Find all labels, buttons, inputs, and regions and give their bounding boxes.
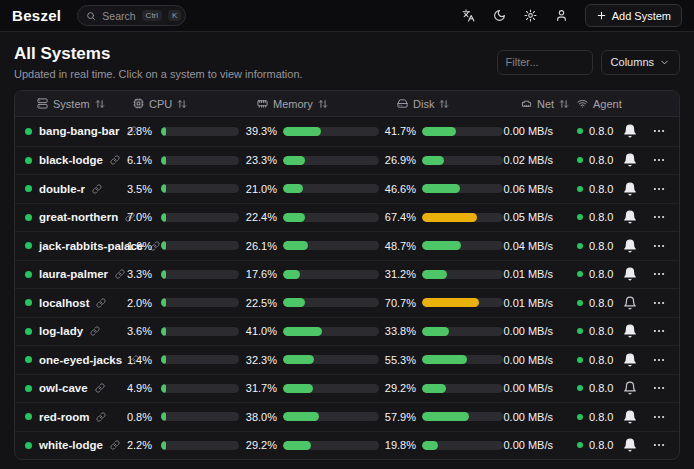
alerts-bell-button[interactable]	[620, 321, 640, 341]
net-value: 0.06 MB/s	[503, 183, 553, 195]
alerts-bell-button[interactable]	[620, 435, 640, 455]
disk-value: 70.7%	[381, 297, 416, 309]
alerts-bell-button[interactable]	[620, 236, 640, 256]
net-value: 0.00 MB/s	[503, 125, 553, 137]
agent-status-dot	[577, 414, 583, 420]
memory-bar	[283, 441, 379, 450]
row-menu-button[interactable]	[649, 435, 669, 455]
cpu-value: 3.6%	[125, 325, 152, 337]
agent-version: 0.8.0	[589, 268, 613, 280]
agent-version: 0.8.0	[589, 325, 613, 337]
status-up-dot	[25, 242, 32, 249]
ethernet-icon	[521, 98, 532, 109]
alerts-bell-button[interactable]	[620, 264, 640, 284]
column-header-agent[interactable]: Agent	[557, 98, 611, 110]
table-row[interactable]: localhost 2.0% 22.5% 70.7% 0.01 MB/s 0.8…	[15, 288, 679, 317]
table-row[interactable]: laura-palmer 3.3% 17.6% 31.2% 0.01 MB/s …	[15, 260, 679, 289]
disk-bar	[422, 156, 503, 165]
memory-bar	[283, 412, 379, 421]
row-menu-button[interactable]	[649, 179, 669, 199]
agent-version: 0.8.0	[589, 439, 613, 451]
theme-toggle-button[interactable]	[488, 4, 512, 28]
column-header-memory[interactable]: Memory	[239, 98, 381, 110]
row-menu-button[interactable]	[649, 321, 669, 341]
alerts-bell-button[interactable]	[620, 378, 640, 398]
disk-bar	[422, 184, 503, 193]
column-label: Memory	[273, 98, 313, 110]
user-menu-button[interactable]	[550, 4, 574, 28]
net-value: 0.02 MB/s	[503, 154, 553, 166]
table-row[interactable]: great-northern 7.0% 22.4% 67.4% 0.05 MB/…	[15, 203, 679, 232]
ellipsis-icon	[652, 381, 666, 395]
table-row[interactable]: one-eyed-jacks 1.4% 32.3% 55.3% 0.00 MB/…	[15, 345, 679, 374]
memory-bar	[283, 213, 379, 222]
row-menu-button[interactable]	[649, 207, 669, 227]
system-name: black-lodge	[39, 154, 103, 166]
row-menu-button[interactable]	[649, 350, 669, 370]
cpu-bar	[161, 412, 239, 421]
table-row[interactable]: white-lodge 2.2% 29.2% 19.8% 0.00 MB/s 0…	[15, 431, 679, 460]
ellipsis-icon	[652, 239, 666, 253]
table-row[interactable]: bang-bang-bar 2.8% 39.3% 41.7% 0.00 MB/s…	[15, 117, 679, 146]
memory-stick-icon	[257, 98, 268, 109]
row-menu-button[interactable]	[649, 236, 669, 256]
disk-value: 26.9%	[381, 154, 416, 166]
row-menu-button[interactable]	[649, 378, 669, 398]
column-header-cpu[interactable]: CPU	[125, 98, 239, 110]
page-subtitle: Updated in real time. Click on a system …	[14, 68, 303, 80]
alerts-bell-button[interactable]	[620, 121, 640, 141]
table-row[interactable]: double-r 3.5% 21.0% 46.6% 0.06 MB/s 0.8.…	[15, 174, 679, 203]
cpu-bar-fill	[161, 384, 166, 393]
cpu-value: 1.6%	[125, 240, 152, 252]
table-row[interactable]: black-lodge 6.1% 23.3% 26.9% 0.02 MB/s 0…	[15, 146, 679, 175]
alerts-bell-button[interactable]	[620, 207, 640, 227]
add-system-button[interactable]: Add System	[585, 4, 682, 27]
net-value: 0.01 MB/s	[503, 268, 553, 280]
alerts-bell-button[interactable]	[620, 179, 640, 199]
language-button[interactable]	[457, 4, 481, 28]
memory-bar	[283, 241, 379, 250]
table-row[interactable]: log-lady 3.6% 41.0% 33.8% 0.00 MB/s 0.8.…	[15, 317, 679, 346]
cpu-bar-fill	[161, 241, 166, 250]
cpu-bar-fill	[161, 412, 166, 421]
alerts-bell-button[interactable]	[620, 407, 640, 427]
memory-bar	[283, 184, 379, 193]
row-menu-button[interactable]	[649, 150, 669, 170]
row-menu-button[interactable]	[649, 264, 669, 284]
bell-icon	[623, 324, 637, 338]
brand-logo: Beszel	[12, 7, 61, 24]
table-row[interactable]: jack-rabbits-palace 1.6% 26.1% 48.7% 0.0…	[15, 231, 679, 260]
filter-input[interactable]	[497, 50, 593, 75]
row-menu-button[interactable]	[649, 407, 669, 427]
cpu-value: 2.8%	[125, 125, 152, 137]
row-menu-button[interactable]	[649, 293, 669, 313]
row-menu-button[interactable]	[649, 121, 669, 141]
agent-version: 0.8.0	[589, 211, 613, 223]
system-name: white-lodge	[39, 439, 103, 451]
global-search-button[interactable]: Search Ctrl K	[77, 5, 186, 26]
columns-button[interactable]: Columns	[601, 50, 680, 75]
table-header-row: System CPU Memory Disk Net	[15, 91, 679, 117]
bell-icon	[623, 124, 637, 138]
column-header-system[interactable]: System	[15, 98, 125, 110]
alerts-bell-button[interactable]	[620, 350, 640, 370]
column-header-disk[interactable]: Disk	[381, 98, 505, 110]
table-row[interactable]: red-room 0.8% 38.0% 57.9% 0.00 MB/s 0.8.…	[15, 402, 679, 431]
agent-version: 0.8.0	[589, 240, 613, 252]
disk-bar-fill	[422, 127, 456, 136]
memory-value: 32.3%	[239, 354, 277, 366]
system-name: one-eyed-jacks	[39, 354, 122, 366]
ellipsis-icon	[652, 296, 666, 310]
column-header-net[interactable]: Net	[505, 98, 557, 110]
alerts-bell-button[interactable]	[620, 293, 640, 313]
agent-version: 0.8.0	[589, 125, 613, 137]
alerts-bell-button[interactable]	[620, 150, 640, 170]
settings-button[interactable]	[519, 4, 543, 28]
cpu-value: 2.2%	[125, 439, 152, 451]
memory-bar-fill	[283, 241, 308, 250]
bell-icon	[623, 153, 637, 167]
ellipsis-icon	[652, 353, 666, 367]
status-up-dot	[25, 299, 32, 306]
table-row[interactable]: owl-cave 4.9% 31.7% 29.2% 0.00 MB/s 0.8.…	[15, 374, 679, 403]
cpu-bar-fill	[161, 327, 166, 336]
